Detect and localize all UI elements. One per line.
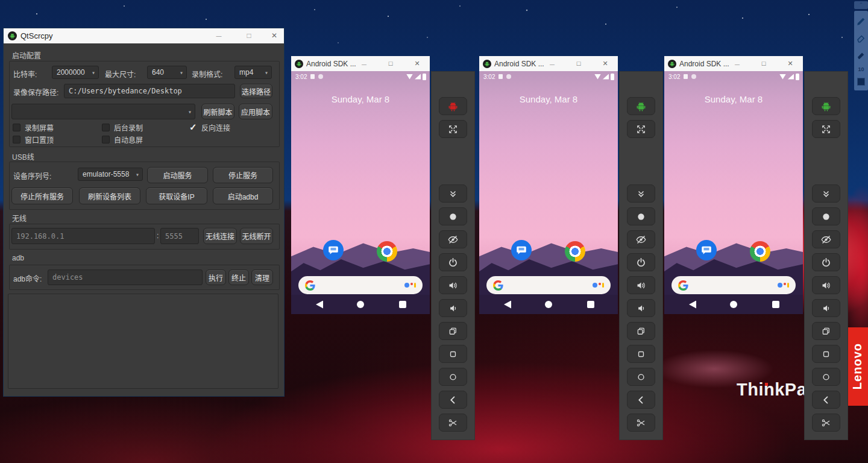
phone-screen[interactable]: 3:02 Sunday, Mar 8 <box>291 71 430 314</box>
phone-screen[interactable]: 3:02 Sunday, Mar 8 <box>479 71 618 314</box>
messages-app-icon[interactable] <box>696 240 717 260</box>
window-on-top-checkbox[interactable]: 窗口置顶 <box>13 134 54 145</box>
save-path-input[interactable] <box>64 84 235 98</box>
qtscrcpy-titlebar[interactable]: QtScrcpy <box>4 28 284 43</box>
power-button[interactable] <box>812 253 840 271</box>
nav-home-button[interactable] <box>545 301 552 308</box>
emulator-titlebar[interactable]: Android SDK ... <box>291 56 430 71</box>
nav-recents-button[interactable] <box>772 301 779 308</box>
phone-screen[interactable]: 3:02 Sunday, Mar 8 <box>664 71 803 314</box>
eraser-solid-icon[interactable] <box>855 49 867 61</box>
checkbox[interactable] <box>13 124 20 131</box>
maximize-button[interactable] <box>240 28 258 43</box>
background-record-checkbox[interactable]: 后台录制 <box>102 122 143 133</box>
google-search-bar[interactable] <box>671 276 796 294</box>
app-switch-button[interactable] <box>812 322 840 340</box>
script-combo[interactable] <box>11 104 195 119</box>
checkbox[interactable] <box>13 136 20 143</box>
home-button[interactable] <box>439 368 467 386</box>
bitrate-combo[interactable]: 2000000 <box>52 66 99 79</box>
close-button[interactable] <box>265 28 283 43</box>
fullscreen-button[interactable] <box>812 120 840 138</box>
menu-button[interactable] <box>812 345 840 363</box>
app-switch-button[interactable] <box>627 322 655 340</box>
screen-off-button[interactable] <box>627 230 655 248</box>
wireless-connect-button[interactable]: 无线连接 <box>203 228 237 244</box>
checkbox[interactable] <box>102 136 110 143</box>
eraser-icon[interactable] <box>855 33 867 44</box>
app-switch-button[interactable] <box>439 322 467 340</box>
minimize-button[interactable] <box>729 56 745 71</box>
nav-recents-button[interactable] <box>587 301 594 308</box>
group-control-button[interactable] <box>439 97 467 115</box>
home-button[interactable] <box>812 368 840 386</box>
screenshot-button[interactable] <box>812 414 840 432</box>
expand-notification-button[interactable] <box>439 184 467 203</box>
refresh-script-button[interactable]: 刷新脚本 <box>201 104 234 119</box>
record-screen-checkbox[interactable]: 录制屏幕 <box>13 122 54 133</box>
volume-down-button[interactable] <box>627 299 655 317</box>
format-combo[interactable]: mp4 <box>234 66 272 79</box>
assistant-icon[interactable] <box>404 283 416 288</box>
close-button[interactable] <box>409 56 425 71</box>
back-button[interactable] <box>627 391 655 409</box>
get-device-ip-button[interactable]: 获取设备IP <box>146 187 207 204</box>
volume-up-button[interactable] <box>627 276 655 294</box>
adb-terminate-button[interactable]: 终止 <box>228 269 249 285</box>
menu-button[interactable] <box>439 345 467 363</box>
adb-clear-button[interactable]: 清理 <box>251 269 273 285</box>
auto-screen-off-checkbox[interactable]: 自动息屏 <box>102 134 143 145</box>
color-swatch[interactable] <box>857 78 865 86</box>
chrome-app-icon[interactable] <box>565 241 585 262</box>
volume-down-button[interactable] <box>812 299 840 317</box>
adb-cmd-input[interactable] <box>48 269 203 285</box>
refresh-device-list-button[interactable]: 刷新设备列表 <box>79 187 140 204</box>
power-button[interactable] <box>439 253 467 271</box>
close-button[interactable] <box>782 56 798 71</box>
emulator-titlebar[interactable]: Android SDK ... <box>479 56 618 71</box>
group-control-button[interactable] <box>812 97 840 115</box>
expand-notification-button[interactable] <box>812 184 840 203</box>
fullscreen-button[interactable] <box>627 120 655 138</box>
power-button[interactable] <box>627 253 655 271</box>
chrome-app-icon[interactable] <box>377 241 397 262</box>
maximize-button[interactable] <box>571 56 587 71</box>
adb-execute-button[interactable]: 执行 <box>206 269 226 285</box>
home-button[interactable] <box>627 368 655 386</box>
checkbox[interactable] <box>102 124 110 131</box>
back-button[interactable] <box>812 391 840 409</box>
emulator-titlebar[interactable]: Android SDK ... <box>664 56 803 71</box>
stop-all-services-button[interactable]: 停止所有服务 <box>11 187 73 204</box>
assistant-icon[interactable] <box>778 283 789 288</box>
screen-off-button[interactable] <box>439 230 467 248</box>
wireless-ip-input[interactable] <box>11 228 155 244</box>
minimize-button[interactable] <box>544 56 560 71</box>
serial-combo[interactable]: emulator-5558 <box>78 168 143 181</box>
nav-back-button[interactable] <box>316 301 323 309</box>
maximize-button[interactable] <box>383 56 398 71</box>
assistant-icon[interactable] <box>593 283 604 288</box>
start-service-button[interactable]: 启动服务 <box>147 167 208 183</box>
fullscreen-button[interactable] <box>439 120 467 138</box>
maximize-button[interactable] <box>756 56 772 71</box>
choose-path-button[interactable]: 选择路径 <box>240 84 272 98</box>
touch-button[interactable] <box>627 207 655 225</box>
minimize-button[interactable] <box>210 28 228 43</box>
annotation-collapse-tab[interactable]: ⌃ <box>854 1 868 9</box>
google-search-bar[interactable] <box>298 276 423 294</box>
apply-script-button[interactable]: 应用脚本 <box>239 104 272 119</box>
adb-log-output[interactable] <box>8 294 278 389</box>
max-size-combo[interactable]: 640 <box>147 66 187 79</box>
nav-back-button[interactable] <box>689 301 696 309</box>
nav-home-button[interactable] <box>730 301 737 308</box>
messages-app-icon[interactable] <box>323 240 344 260</box>
back-button[interactable] <box>439 391 467 409</box>
nav-recents-button[interactable] <box>399 301 406 308</box>
volume-up-button[interactable] <box>439 276 467 294</box>
reverse-connect-checkbox[interactable]: 反向连接 <box>189 122 230 133</box>
start-adbd-button[interactable]: 启动adbd <box>213 187 273 204</box>
expand-notification-button[interactable] <box>627 184 655 203</box>
screen-off-button[interactable] <box>812 230 840 248</box>
screenshot-button[interactable] <box>627 414 655 432</box>
google-search-bar[interactable] <box>486 276 611 294</box>
